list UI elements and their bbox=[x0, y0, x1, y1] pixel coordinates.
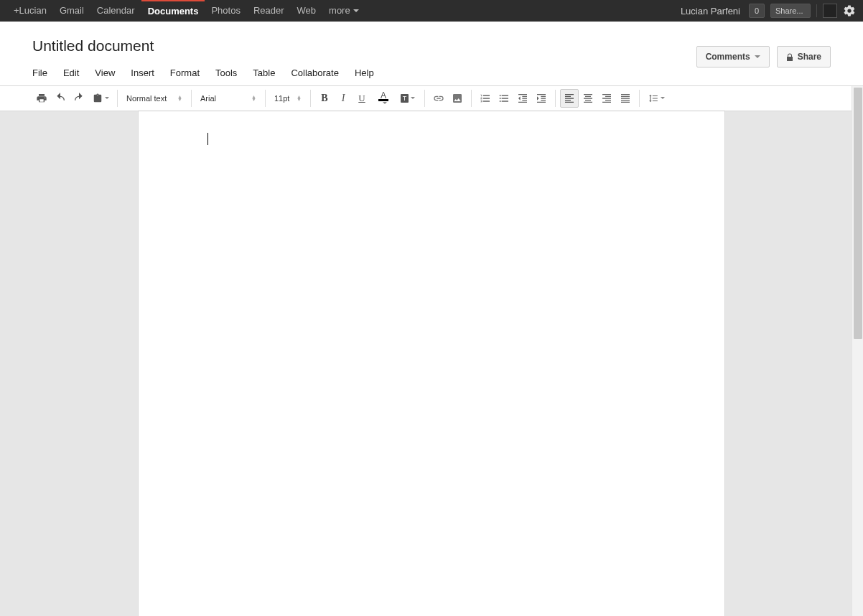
gbar-separator bbox=[816, 4, 817, 17]
paragraph-style-value: Normal text bbox=[126, 94, 167, 103]
gbar-user-name[interactable]: Lucian Parfeni bbox=[681, 6, 743, 17]
underline-button[interactable]: U bbox=[353, 89, 371, 108]
bold-button[interactable]: B bbox=[315, 89, 334, 108]
font-size-select[interactable]: 11pt ▲▼ bbox=[270, 89, 306, 108]
document-title[interactable]: Untitled document bbox=[32, 37, 696, 57]
stepper-icon: ▲▼ bbox=[173, 95, 182, 101]
toolbar-separator bbox=[117, 90, 118, 107]
menu-file[interactable]: File bbox=[32, 67, 47, 78]
toolbar-separator bbox=[191, 90, 192, 107]
stepper-icon: ▲▼ bbox=[292, 95, 302, 101]
text-cursor bbox=[207, 133, 208, 145]
vertical-scrollbar[interactable] bbox=[852, 86, 863, 616]
gbar-documents[interactable]: Documents bbox=[141, 0, 205, 22]
insert-link-button[interactable] bbox=[429, 89, 448, 108]
toolbar-separator bbox=[265, 90, 266, 107]
increase-indent-button[interactable] bbox=[532, 89, 551, 108]
gbar-web[interactable]: Web bbox=[291, 0, 323, 22]
google-bar-right: Lucian Parfeni 0 Share... bbox=[681, 4, 856, 18]
menu-table[interactable]: Table bbox=[253, 67, 275, 78]
font-family-select[interactable]: Arial ▲▼ bbox=[196, 89, 261, 108]
gbar-notifications-count[interactable]: 0 bbox=[749, 4, 765, 18]
menu-view[interactable]: View bbox=[95, 67, 115, 78]
google-bar: +Lucian Gmail Calendar Documents Photos … bbox=[0, 0, 863, 22]
text-color-button[interactable]: A bbox=[371, 89, 396, 108]
comments-label: Comments bbox=[706, 52, 750, 62]
align-justify-button[interactable] bbox=[616, 89, 635, 108]
toolbar-separator bbox=[310, 90, 311, 107]
decrease-indent-button[interactable] bbox=[513, 89, 532, 108]
menu-collaborate[interactable]: Collaborate bbox=[291, 67, 339, 78]
menu-help[interactable]: Help bbox=[355, 67, 374, 78]
document-page[interactable] bbox=[139, 111, 724, 616]
gbar-photos[interactable]: Photos bbox=[205, 0, 246, 22]
align-right-button[interactable] bbox=[597, 89, 616, 108]
document-header-right: Comments Share bbox=[696, 37, 831, 67]
gbar-share-button[interactable]: Share... bbox=[770, 4, 811, 18]
bulleted-list-button[interactable] bbox=[495, 89, 513, 108]
align-center-button[interactable] bbox=[579, 89, 597, 108]
italic-button[interactable]: I bbox=[334, 89, 353, 108]
font-family-value: Arial bbox=[200, 94, 216, 103]
gbar-gmail[interactable]: Gmail bbox=[53, 0, 90, 22]
paragraph-style-select[interactable]: Normal text ▲▼ bbox=[122, 89, 187, 108]
gbar-more[interactable]: more bbox=[322, 0, 365, 22]
menu-tools[interactable]: Tools bbox=[215, 67, 237, 78]
numbered-list-button[interactable] bbox=[476, 89, 495, 108]
share-label: Share bbox=[798, 52, 821, 62]
menu-bar: File Edit View Insert Format Tools Table… bbox=[32, 57, 696, 85]
undo-button[interactable] bbox=[51, 89, 70, 108]
gbar-plus[interactable]: +Lucian bbox=[7, 0, 53, 22]
gbar-avatar[interactable] bbox=[823, 4, 837, 18]
toolbar-separator bbox=[471, 90, 472, 107]
format-toolbar: Normal text ▲▼ Arial ▲▼ 11pt ▲▼ B I U A … bbox=[0, 85, 863, 111]
scrollbar-thumb[interactable] bbox=[854, 88, 862, 339]
insert-image-button[interactable] bbox=[448, 89, 467, 108]
toolbar-separator bbox=[555, 90, 556, 107]
gbar-reader[interactable]: Reader bbox=[247, 0, 291, 22]
line-spacing-button[interactable] bbox=[644, 89, 668, 108]
stepper-icon: ▲▼ bbox=[247, 95, 256, 101]
document-canvas[interactable] bbox=[0, 111, 863, 616]
document-header-left: Untitled document File Edit View Insert … bbox=[32, 37, 696, 85]
document-header: Untitled document File Edit View Insert … bbox=[0, 22, 863, 85]
gbar-calendar[interactable]: Calendar bbox=[90, 0, 141, 22]
share-button[interactable]: Share bbox=[777, 46, 831, 67]
comments-button[interactable]: Comments bbox=[696, 46, 770, 67]
toolbar-separator bbox=[424, 90, 425, 107]
print-button[interactable] bbox=[32, 89, 51, 108]
menu-format[interactable]: Format bbox=[170, 67, 200, 78]
clipboard-button[interactable] bbox=[88, 89, 113, 108]
toolbar-separator bbox=[639, 90, 640, 107]
menu-insert[interactable]: Insert bbox=[131, 67, 154, 78]
highlight-color-button[interactable]: T bbox=[396, 89, 420, 108]
google-bar-left: +Lucian Gmail Calendar Documents Photos … bbox=[7, 0, 365, 22]
gear-icon[interactable] bbox=[843, 4, 856, 17]
align-left-button[interactable] bbox=[560, 89, 579, 108]
redo-button[interactable] bbox=[70, 89, 88, 108]
font-size-value: 11pt bbox=[274, 94, 289, 103]
lock-icon bbox=[786, 53, 793, 60]
menu-edit[interactable]: Edit bbox=[63, 67, 79, 78]
chevron-down-icon bbox=[755, 55, 760, 61]
